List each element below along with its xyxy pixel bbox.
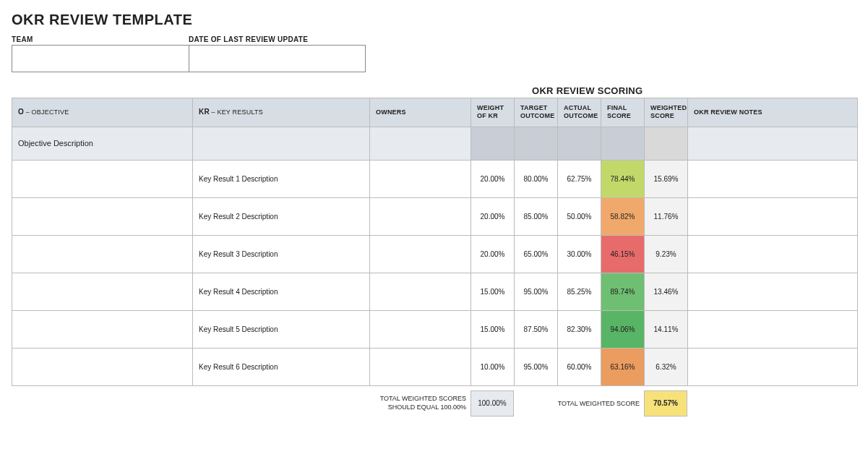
kr-objective-cell [12,273,193,310]
kr-owners[interactable] [370,197,471,235]
totals-row: TOTAL WEIGHTED SCORES SHOULD EQUAL 100.0… [12,390,857,417]
date-input[interactable] [189,45,366,72]
col-objective-prefix: O [18,108,24,116]
kr-description[interactable]: Key Result 3 Description [193,235,370,273]
kr-target[interactable]: 80.00% [515,160,558,197]
team-block: TEAM [12,35,189,72]
kr-notes[interactable] [688,197,858,235]
table-row: Key Result 6 Description10.00%95.00%60.0… [12,348,858,385]
col-target: TARGET OUTCOME [515,98,558,127]
table-row: Key Result 3 Description20.00%65.00%30.0… [12,235,858,273]
kr-actual[interactable]: 82.30% [558,310,601,348]
team-input[interactable] [12,45,189,72]
kr-weight[interactable]: 20.00% [471,197,515,235]
col-kr-prefix: KR [199,108,210,116]
kr-owners[interactable] [370,235,471,273]
col-actual: ACTUAL OUTCOME [558,98,601,127]
kr-actual[interactable]: 50.00% [558,197,601,235]
kr-objective-cell [12,235,193,273]
kr-target[interactable]: 85.00% [515,197,558,235]
date-label: DATE OF LAST REVIEW UPDATE [189,35,366,43]
kr-description[interactable]: Key Result 6 Description [193,348,370,385]
kr-description[interactable]: Key Result 4 Description [193,273,370,310]
totals-weight-box: 100.00% [470,390,514,417]
kr-weight[interactable]: 15.00% [471,273,515,310]
objective-owners-blank [370,127,471,160]
kr-target[interactable]: 95.00% [515,348,558,385]
table-row: Key Result 5 Description15.00%87.50%82.3… [12,310,858,348]
kr-objective-cell [12,197,193,235]
meta-row: TEAM DATE OF LAST REVIEW UPDATE [12,35,856,72]
kr-final-score: 94.06% [601,310,645,348]
kr-weight[interactable]: 20.00% [471,235,515,273]
team-label: TEAM [12,35,189,43]
kr-final-score: 89.74% [601,273,645,310]
table-row: Key Result 1 Description20.00%80.00%62.7… [12,160,858,197]
objective-target-blank [515,127,558,160]
kr-target[interactable]: 87.50% [515,310,558,348]
table-row: Key Result 2 Description20.00%85.00%50.0… [12,197,858,235]
kr-weighted-score: 13.46% [645,273,688,310]
kr-final-score: 63.16% [601,348,645,385]
kr-weighted-score: 6.32% [645,348,688,385]
col-objective: O – OBJECTIVE [12,98,193,127]
col-notes: OKR REVIEW NOTES [688,98,858,127]
kr-owners[interactable] [370,160,471,197]
kr-notes[interactable] [688,310,858,348]
okr-table: O – OBJECTIVE KR – KEY RESULTS OWNERS WE… [12,98,858,386]
objective-row: Objective Description [12,127,858,160]
table-header-row: O – OBJECTIVE KR – KEY RESULTS OWNERS WE… [12,98,858,127]
kr-notes[interactable] [688,348,858,385]
kr-objective-cell [12,310,193,348]
table-row: Key Result 4 Description15.00%95.00%85.2… [12,273,858,310]
totals-left-label: TOTAL WEIGHTED SCORES SHOULD EQUAL 100.0… [369,395,470,411]
objective-actual-blank [558,127,601,160]
scoring-header: OKR REVIEW SCORING [532,85,856,96]
totals-final-box: 70.57% [644,390,687,417]
kr-weight[interactable]: 10.00% [471,348,515,385]
kr-owners[interactable] [370,273,471,310]
kr-actual[interactable]: 60.00% [558,348,601,385]
objective-final-blank [601,127,645,160]
totals-left-line2: SHOULD EQUAL 100.00% [388,403,466,411]
totals-left-line1: TOTAL WEIGHTED SCORES [380,395,466,402]
kr-actual[interactable]: 30.00% [558,235,601,273]
kr-owners[interactable] [370,348,471,385]
kr-weighted-score: 15.69% [645,160,688,197]
objective-kr-blank [193,127,370,160]
kr-actual[interactable]: 85.25% [558,273,601,310]
col-kr-suffix: – KEY RESULTS [210,108,263,116]
kr-objective-cell [12,160,193,197]
kr-final-score: 58.82% [601,197,645,235]
kr-final-score: 78.44% [601,160,645,197]
kr-target[interactable]: 65.00% [515,235,558,273]
kr-description[interactable]: Key Result 1 Description [193,160,370,197]
kr-notes[interactable] [688,273,858,310]
kr-weighted-score: 14.11% [645,310,688,348]
objective-weight-blank [471,127,515,160]
page-title: OKR REVIEW TEMPLATE [12,12,856,28]
kr-weight[interactable]: 20.00% [471,160,515,197]
kr-weight[interactable]: 15.00% [471,310,515,348]
col-final: FINAL SCORE [601,98,645,127]
objective-description[interactable]: Objective Description [12,127,193,160]
kr-notes[interactable] [688,235,858,273]
objective-weighted-blank [645,127,688,160]
kr-notes[interactable] [688,160,858,197]
kr-weighted-score: 11.76% [645,197,688,235]
kr-final-score: 46.15% [601,235,645,273]
kr-objective-cell [12,348,193,385]
date-block: DATE OF LAST REVIEW UPDATE [189,35,366,72]
col-owners: OWNERS [370,98,471,127]
kr-owners[interactable] [370,310,471,348]
col-weighted: WEIGHTED SCORE [645,98,688,127]
kr-description[interactable]: Key Result 2 Description [193,197,370,235]
col-weight: WEIGHT OF KR [471,98,515,127]
kr-description[interactable]: Key Result 5 Description [193,310,370,348]
totals-right-label: TOTAL WEIGHTED SCORE [514,400,644,407]
kr-weighted-score: 9.23% [645,235,688,273]
col-kr: KR – KEY RESULTS [193,98,370,127]
objective-notes-blank [688,127,858,160]
kr-target[interactable]: 95.00% [515,273,558,310]
kr-actual[interactable]: 62.75% [558,160,601,197]
